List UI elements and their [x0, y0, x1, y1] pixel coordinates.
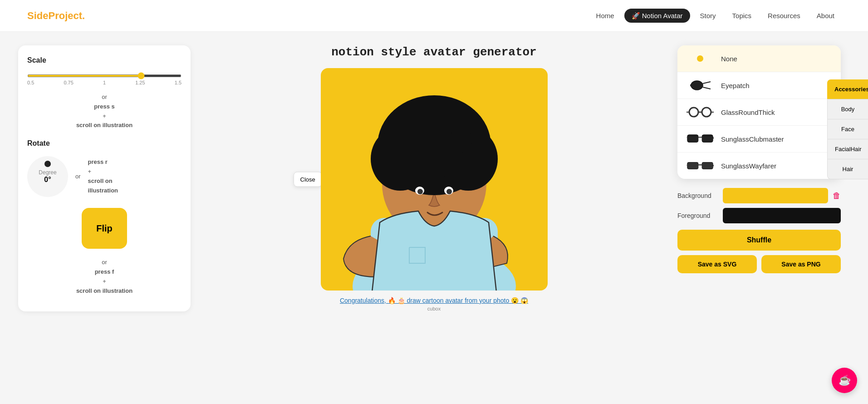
background-row: Background 🗑 — [677, 188, 841, 203]
save-row: Save as SVG Save as PNG — [677, 255, 841, 273]
nav-item-topics[interactable]: Topics — [726, 12, 758, 20]
scale-label-1-5: 1.5 — [175, 80, 181, 85]
rotate-row: Degree 0° or press r+scroll onillustrati… — [27, 154, 181, 199]
degree-circle[interactable]: Degree 0° — [27, 156, 68, 197]
scale-label-1-25: 1.25 — [135, 80, 145, 85]
degree-label: Degree — [39, 169, 56, 176]
scale-title: Scale — [27, 56, 181, 64]
save-png-button[interactable]: Save as PNG — [761, 255, 841, 273]
svg-point-25 — [690, 84, 693, 87]
degree-value: 0° — [44, 176, 51, 184]
scale-hint: or press s + scroll on illustration — [27, 93, 181, 130]
svg-point-15 — [379, 160, 399, 180]
accessories-dropdown: None Eyepatch — [677, 45, 841, 179]
scale-slider[interactable] — [27, 74, 181, 77]
site-logo[interactable]: SideProject. — [27, 10, 85, 22]
avatar-wrapper: Close — [321, 68, 548, 291]
rotate-or-text: or — [75, 173, 81, 180]
svg-line-23 — [703, 82, 711, 84]
avatar-frame — [321, 68, 548, 291]
clubmaster-label: SunglassClubmaster — [721, 135, 784, 143]
rotate-section: Rotate Degree 0° or press r+scroll onill… — [27, 139, 181, 199]
center-panel: notion style avatar generator Close — [200, 45, 668, 311]
svg-point-16 — [470, 160, 490, 180]
clubmaster-icon — [687, 132, 714, 146]
tab-facialhair[interactable]: FacialHair — [827, 139, 868, 159]
right-panel: None Eyepatch — [677, 45, 850, 311]
nav-links: Home 🚀 Notion Avatar Story Topics Resour… — [590, 12, 841, 20]
tab-hair[interactable]: Hair — [827, 159, 868, 179]
eyepatch-label: Eyepatch — [721, 82, 750, 89]
main-content: Scale 0.5 0.75 1 1.25 1.5 or press s + s… — [0, 32, 868, 325]
none-icon — [687, 52, 714, 65]
navbar: SideProject. Home 🚀 Notion Avatar Story … — [0, 0, 868, 32]
svg-point-26 — [689, 108, 698, 117]
scale-label-0-5: 0.5 — [27, 80, 34, 85]
tab-body[interactable]: Body — [827, 99, 868, 119]
trash-icon[interactable]: 🗑 — [833, 191, 841, 201]
rotate-hint: press r+scroll onillustration — [88, 158, 118, 195]
nav-item-resources[interactable]: Resources — [761, 12, 807, 20]
accessory-eyepatch[interactable]: Eyepatch — [677, 72, 841, 99]
logo-text: SideProject — [27, 10, 82, 21]
tab-bar: Accessories Body Face FacialHair Hair — [827, 79, 868, 179]
rotate-title: Rotate — [27, 139, 181, 148]
foreground-row: Foreground — [677, 208, 841, 223]
save-svg-button[interactable]: Save as SVG — [677, 255, 757, 273]
svg-line-24 — [703, 87, 711, 89]
svg-point-27 — [702, 108, 711, 117]
nav-item-notion-avatar[interactable]: 🚀 Notion Avatar — [624, 12, 690, 20]
degree-dot — [44, 161, 51, 167]
nav-item-about[interactable]: About — [810, 12, 841, 20]
dropdown-scroll: None Eyepatch — [677, 45, 841, 179]
glassround-label: GlassRoundThick — [721, 108, 775, 116]
promo-link[interactable]: Congratulations, 🔥 🎂 draw cartoon avatar… — [340, 297, 528, 304]
foreground-label: Foreground — [677, 212, 718, 219]
accessory-sunglasswayfarer[interactable]: SunglassWayfarer — [677, 153, 841, 179]
background-color-swatch[interactable] — [723, 188, 828, 203]
slider-labels: 0.5 0.75 1 1.25 1.5 — [27, 80, 181, 85]
eyepatch-icon — [687, 79, 714, 92]
accessory-sunglassclubmaster[interactable]: SunglassClubmaster — [677, 126, 841, 153]
avatar-svg — [321, 68, 548, 291]
scale-label-1: 1 — [103, 80, 106, 85]
none-label: None — [721, 55, 737, 63]
logo-dot: . — [82, 10, 85, 21]
accessory-glassroundthick[interactable]: GlassRoundThick — [677, 99, 841, 126]
wayfarer-icon — [687, 159, 714, 172]
svg-point-19 — [417, 189, 423, 194]
svg-point-20 — [446, 189, 452, 194]
tab-face[interactable]: Face — [827, 119, 868, 139]
foreground-color-swatch[interactable] — [723, 208, 841, 223]
coffee-button[interactable]: ☕ — [832, 368, 857, 393]
wayfarer-label: SunglassWayfarer — [721, 162, 776, 170]
svg-rect-38 — [687, 163, 698, 169]
nav-item-home[interactable]: Home — [590, 12, 621, 20]
bottom-controls: Background 🗑 Foreground Shuffle Save as … — [677, 188, 841, 273]
flip-button[interactable]: Flip — [82, 208, 127, 249]
nav-item-story[interactable]: Story — [694, 12, 722, 20]
tab-accessories[interactable]: Accessories — [827, 79, 868, 99]
glassround-icon — [687, 105, 714, 119]
flip-hint: or press f + scroll on illustration — [27, 258, 181, 296]
shuffle-button[interactable]: Shuffle — [677, 230, 841, 251]
scale-label-0-75: 0.75 — [64, 80, 73, 85]
svg-rect-39 — [702, 163, 713, 169]
close-button[interactable]: Close — [294, 172, 322, 187]
controls-panel: Scale 0.5 0.75 1 1.25 1.5 or press s + s… — [18, 45, 191, 311]
background-label: Background — [677, 192, 718, 199]
accessory-none[interactable]: None — [677, 45, 841, 72]
page-title: notion style avatar generator — [331, 45, 536, 59]
cubox-watermark: cubox — [427, 306, 441, 311]
scale-slider-container: 0.5 0.75 1 1.25 1.5 — [27, 71, 181, 85]
